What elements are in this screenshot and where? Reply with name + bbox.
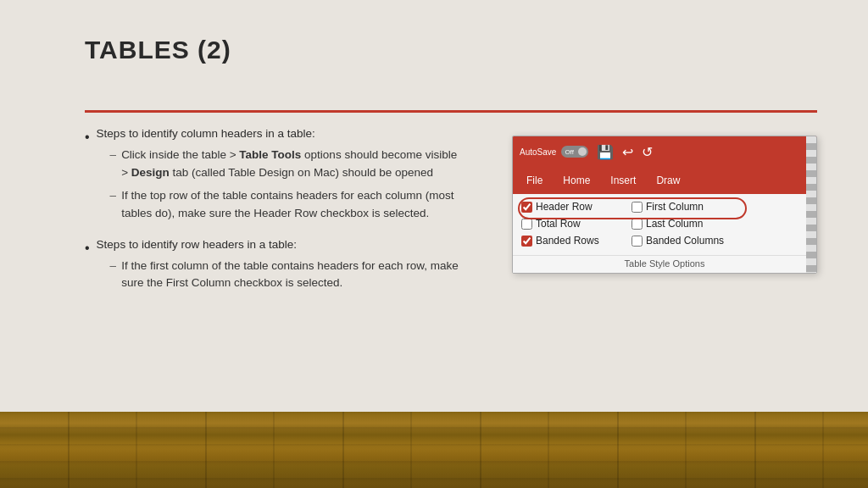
sub-dash-3: – [110,258,117,275]
ribbon-footer: Table Style Options [513,256,816,273]
banded-rows-label: Banded Rows [536,235,599,247]
bullet-2: • Steps to identify row headers in a tab… [85,236,466,298]
last-column-label: Last Column [646,218,703,230]
ribbon-panel: AutoSave Off 💾 ↩ ↺ File Home Insert Draw [512,136,817,274]
table-style-options-label: Table Style Options [625,258,705,269]
sub-bullet-1-2: – If the top row of the table contains h… [110,187,466,223]
content-area: • Steps to identify column headers in a … [85,125,466,306]
header-row-item: Header Row [521,201,632,213]
toggle-knob [578,147,587,156]
bullet-1-text: Steps to identify column headers in a ta… [97,125,466,228]
slide: TABLES (2) • Steps to identify column he… [0,0,868,412]
sub-bullet-1-1: – Click inside the table > Table Tools o… [110,147,466,182]
banded-rows-checkbox[interactable] [521,236,532,247]
sub-dash: – [110,147,117,164]
total-row-checkbox[interactable] [521,219,532,230]
banded-columns-label: Banded Columns [646,235,724,247]
bullet-dot-1: • [85,127,90,148]
divider [85,110,817,113]
sub-text-1-1: Click inside the table > Table Tools opt… [121,147,466,182]
ribbon-content: Header Row First Column Total Row Last C… [513,194,816,256]
sub-text-1-2: If the top row of the table contains hea… [121,187,466,223]
redo-icon[interactable]: ↺ [642,144,653,160]
ribbon-menubar: File Home Insert Draw [513,167,816,194]
total-row-label: Total Row [536,218,581,230]
first-column-checkbox[interactable] [632,202,643,213]
sub-bullets-2: – If the first column of the table conta… [110,258,466,293]
banded-rows-item: Banded Rows [521,235,632,247]
toggle-text: Off [565,148,574,156]
last-column-item: Last Column [632,218,742,230]
save-icon[interactable]: 💾 [597,144,614,160]
first-column-label: First Column [646,201,704,213]
autosave-label: AutoSave [520,147,556,157]
checkbox-row-1: Header Row First Column [521,201,808,213]
autosave-toggle[interactable]: Off [561,146,588,158]
bullet-dot-2: • [85,238,90,259]
tab-home[interactable]: Home [553,169,600,191]
banded-columns-checkbox[interactable] [632,236,643,247]
last-column-checkbox[interactable] [632,219,643,230]
tab-file[interactable]: File [516,169,553,191]
header-row-checkbox[interactable] [521,202,532,213]
total-row-item: Total Row [521,218,632,230]
sub-bullet-2-1: – If the first column of the table conta… [110,258,466,293]
sub-text-2-1: If the first column of the table contain… [121,258,466,293]
sub-dash-2: – [110,187,117,205]
tab-insert[interactable]: Insert [600,169,646,191]
undo-icon[interactable]: ↩ [622,144,633,160]
tab-draw[interactable]: Draw [646,169,690,191]
header-row-label: Header Row [536,201,593,213]
checkbox-row-2: Total Row Last Column [521,218,808,230]
banded-columns-item: Banded Columns [632,235,742,247]
bullet-1: • Steps to identify column headers in a … [85,125,466,228]
sub-bullets-1: – Click inside the table > Table Tools o… [110,147,466,223]
ribbon-topbar: AutoSave Off 💾 ↩ ↺ [513,136,816,167]
page-title: TABLES (2) [85,36,231,64]
floor [0,412,868,488]
checkbox-row-3: Banded Rows Banded Columns [521,235,808,247]
first-column-item: First Column [632,201,742,213]
bullet-2-text: Steps to identify row headers in a table… [97,236,466,298]
